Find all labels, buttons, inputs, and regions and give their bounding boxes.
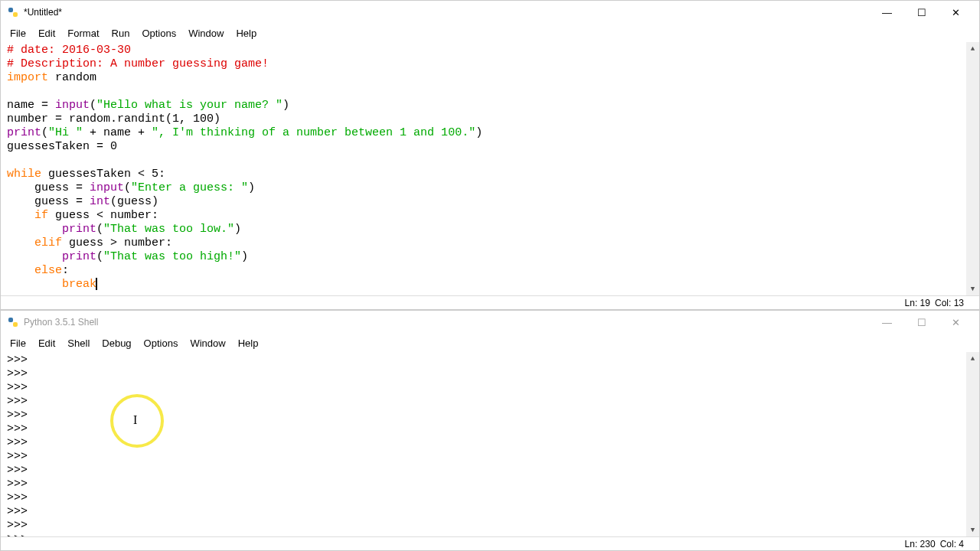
code-string: "Hello what is your name? " <box>96 99 283 112</box>
code-builtin: print <box>7 126 41 139</box>
status-col: Col: 4 <box>940 539 964 549</box>
svg-rect-1 <box>13 12 18 17</box>
menu-format[interactable]: Format <box>61 25 105 41</box>
code-keyword: elif <box>7 236 62 249</box>
annotation-cursor-icon: I <box>133 413 137 427</box>
close-button[interactable]: ✕ <box>939 2 973 23</box>
maximize-button[interactable]: ☐ <box>904 311 939 333</box>
shell-window: Python 3.5.1 Shell — ☐ ✕ File Edit Shell… <box>0 310 980 551</box>
menu-help[interactable]: Help <box>232 335 265 351</box>
menu-file[interactable]: File <box>4 25 32 41</box>
code-text: guessesTaken = 0 <box>7 140 117 153</box>
code-keyword: if <box>7 209 48 222</box>
scroll-track[interactable] <box>966 365 979 523</box>
code-keyword: else <box>7 264 62 277</box>
shell-output-area[interactable]: >>> >>> >>> >>> >>> >>> >>> >>> >>> >>> … <box>1 352 979 536</box>
editor-menubar: File Edit Format Run Options Window Help <box>1 24 979 42</box>
status-line: Ln: 19 <box>905 298 930 308</box>
code-text <box>7 250 62 263</box>
code-text <box>7 223 62 236</box>
minimize-button[interactable]: — <box>870 311 904 333</box>
code-text: ) <box>241 250 248 263</box>
code-string: ", I'm thinking of a number between 1 an… <box>152 126 475 139</box>
svg-rect-3 <box>13 322 18 327</box>
code-text: random <box>48 71 96 84</box>
code-text: ) <box>234 223 241 236</box>
annotation-circle <box>110 394 164 448</box>
svg-rect-2 <box>8 318 13 322</box>
status-col: Col: 13 <box>935 298 964 308</box>
code-builtin: print <box>62 223 96 236</box>
menu-debug[interactable]: Debug <box>96 335 137 351</box>
menu-edit[interactable]: Edit <box>32 335 61 351</box>
code-string: "That was too low." <box>103 223 234 236</box>
minimize-button[interactable]: — <box>870 2 904 23</box>
code-keyword: while <box>7 168 41 181</box>
code-comment: # Description: A number guessing game! <box>7 57 269 70</box>
code-text: guess > number: <box>62 236 172 249</box>
menu-shell[interactable]: Shell <box>61 335 96 351</box>
code-text: guessesTaken < 5: <box>41 168 165 181</box>
code-text: ( <box>90 99 96 112</box>
close-button[interactable]: ✕ <box>939 311 973 333</box>
code-text: ) <box>475 126 482 139</box>
scroll-track[interactable] <box>966 55 979 282</box>
menu-edit[interactable]: Edit <box>32 25 61 41</box>
python-icon <box>7 6 19 18</box>
code-text: ( <box>124 181 131 194</box>
text-cursor <box>96 278 97 290</box>
window-controls: — ☐ ✕ <box>870 311 973 333</box>
code-builtin: print <box>62 250 96 263</box>
code-builtin: input <box>55 99 90 112</box>
code-text: number = random.randint(1, 100) <box>7 112 220 126</box>
editor-window: *Untitled* — ☐ ✕ File Edit Format Run Op… <box>0 0 980 310</box>
window-controls: — ☐ ✕ <box>870 2 973 23</box>
shell-menubar: File Edit Shell Debug Options Window Hel… <box>1 334 979 352</box>
editor-statusbar: Ln: 19 Col: 13 <box>1 295 979 309</box>
shell-scrollbar[interactable]: ▲ ▼ <box>966 352 979 536</box>
code-string: "Enter a guess: " <box>131 181 248 194</box>
status-line: Ln: 230 <box>905 539 936 549</box>
code-text: (guess) <box>110 195 158 208</box>
code-string: "Hi " <box>48 126 83 139</box>
editor-scrollbar[interactable]: ▲ ▼ <box>966 42 979 295</box>
menu-window[interactable]: Window <box>182 25 230 41</box>
menu-window[interactable]: Window <box>184 335 231 351</box>
code-keyword: break <box>62 278 96 291</box>
code-comment: # date: 2016-03-30 <box>7 44 131 57</box>
code-text: guess < number: <box>48 209 158 222</box>
shell-statusbar: Ln: 230 Col: 4 <box>1 536 979 550</box>
shell-title: Python 3.5.1 Shell <box>24 317 870 328</box>
code-string: "That was too high!" <box>103 250 241 263</box>
menu-run[interactable]: Run <box>106 25 136 41</box>
code-text <box>7 278 62 291</box>
editor-title: *Untitled* <box>24 7 870 18</box>
code-text: + name + <box>83 126 152 139</box>
code-keyword: import <box>7 71 48 84</box>
code-text: guess = <box>7 181 90 194</box>
menu-options[interactable]: Options <box>136 25 182 41</box>
menu-options[interactable]: Options <box>138 335 185 351</box>
code-text: : <box>62 264 69 277</box>
menu-file[interactable]: File <box>4 335 32 351</box>
code-text: ) <box>248 181 255 194</box>
shell-titlebar[interactable]: Python 3.5.1 Shell — ☐ ✕ <box>1 311 979 334</box>
python-icon <box>7 316 19 328</box>
code-builtin: input <box>90 181 124 194</box>
maximize-button[interactable]: ☐ <box>904 2 939 23</box>
scroll-up-icon[interactable]: ▲ <box>966 352 979 365</box>
code-text: ( <box>41 126 48 139</box>
scroll-up-icon[interactable]: ▲ <box>966 42 979 55</box>
code-text: guess = <box>7 195 90 208</box>
scroll-down-icon[interactable]: ▼ <box>966 523 979 536</box>
editor-titlebar[interactable]: *Untitled* — ☐ ✕ <box>1 1 979 24</box>
svg-rect-0 <box>8 8 13 12</box>
menu-help[interactable]: Help <box>230 25 263 41</box>
code-builtin: int <box>90 195 110 208</box>
code-text: ) <box>283 99 289 112</box>
scroll-down-icon[interactable]: ▼ <box>966 282 979 295</box>
code-text: name = <box>7 99 55 112</box>
editor-code-area[interactable]: # date: 2016-03-30 # Description: A numb… <box>1 42 979 295</box>
shell-prompt: >>> >>> >>> >>> >>> >>> >>> >>> >>> >>> … <box>7 354 34 536</box>
code-text: ( <box>96 223 103 236</box>
